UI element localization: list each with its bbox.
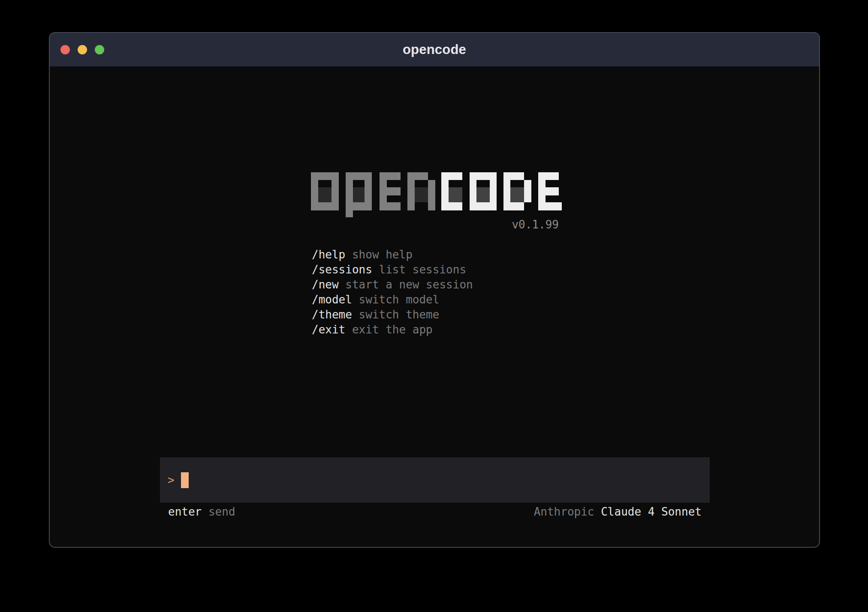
command-name: /exit [312,323,345,336]
command-line-exit: /exit exit the app [312,322,473,337]
window-title: opencode [403,42,466,57]
command-description: exit the app [345,323,433,336]
command-description: list sessions [372,263,466,276]
status-bar: enter send Anthropic Claude 4 Sonnet [160,504,710,519]
command-description: switch model [352,293,440,306]
command-line-sessions: /sessions list sessions [312,262,473,277]
command-name: /sessions [312,263,372,276]
command-description: start a new session [339,278,473,291]
command-description: switch theme [352,308,440,321]
command-line-model: /model switch model [312,292,473,307]
keybind-hint: enter send [168,504,235,519]
keybind-key: enter [168,505,202,518]
minimize-button[interactable] [78,45,87,54]
prompt-symbol: > [168,473,175,488]
opencode-logo [311,172,562,217]
zoom-button[interactable] [95,45,104,54]
command-line-new: /new start a new session [312,277,473,292]
message-input[interactable]: > [160,457,710,503]
titlebar[interactable]: opencode [50,33,819,66]
traffic-lights [60,45,104,54]
close-button[interactable] [60,45,70,54]
provider-label: Anthropic [534,505,594,518]
command-help-list: /help show help/sessions list sessions/n… [312,247,473,337]
command-name: /new [312,278,339,291]
keybind-action-label: send [208,505,235,518]
keybind-action [202,505,208,518]
model-label: Claude 4 Sonnet [601,505,702,518]
command-description: show help [345,248,413,261]
command-name: /model [312,293,352,306]
command-name: /help [312,248,345,261]
command-line-theme: /theme switch theme [312,307,473,322]
version-label: v0.1.99 [311,217,559,232]
command-name: /theme [312,308,352,321]
model-indicator: Anthropic Claude 4 Sonnet [534,504,702,519]
command-line-help: /help show help [312,247,473,262]
opencode-window: opencode [49,32,820,548]
text-cursor [181,472,189,488]
